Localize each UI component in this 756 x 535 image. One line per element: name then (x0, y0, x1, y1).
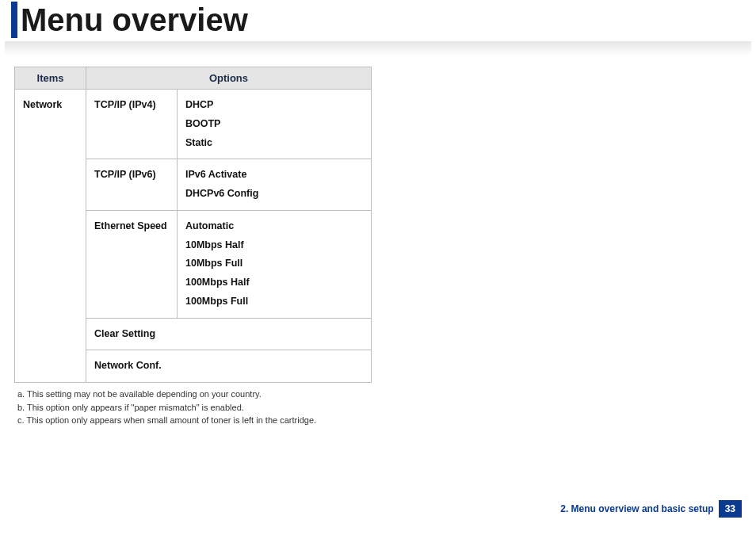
option-value: 10Mbps Half (185, 236, 363, 255)
footnote: a. This setting may not be available dep… (17, 388, 756, 401)
option-value: Automatic (185, 217, 363, 236)
subitem: TCP/IP (IPv4) (86, 90, 178, 159)
subitem: Ethernet Speed (86, 210, 178, 318)
footnote: b. This option only appears if "paper mi… (17, 401, 756, 415)
option-value: 100Mbps Full (185, 292, 363, 311)
footnote: c. This option only appears when small a… (17, 414, 756, 427)
title-shadow (5, 41, 751, 55)
option-value: 100Mbps Half (185, 273, 363, 292)
page-title-bar: Menu overview (0, 2, 756, 38)
option-value: 10Mbps Full (185, 254, 363, 273)
option-value: IPv6 Activate (185, 166, 363, 185)
page-number: 33 (719, 500, 742, 518)
options-cell: Automatic 10Mbps Half 10Mbps Full 100Mbp… (178, 210, 372, 318)
header-items: Items (15, 67, 86, 90)
subitem: Network Conf. (86, 350, 372, 383)
content-area: Items Options Network TCP/IP (IPv4) DHCP… (0, 55, 756, 427)
option-value: Static (185, 134, 363, 153)
subitem: Clear Setting (86, 318, 372, 350)
title-accent (11, 2, 17, 38)
page-footer: 2. Menu overview and basic setup 33 (560, 500, 742, 518)
header-options: Options (86, 67, 372, 90)
option-value: DHCP (185, 96, 363, 115)
options-cell: DHCP BOOTP Static (178, 90, 372, 159)
options-cell: IPv6 Activate DHCPv6 Config (178, 159, 372, 211)
group-item: Network (15, 90, 86, 383)
page-title: Menu overview (21, 4, 248, 36)
menu-table: Items Options Network TCP/IP (IPv4) DHCP… (14, 67, 372, 383)
table-row: Network TCP/IP (IPv4) DHCP BOOTP Static (15, 90, 372, 159)
option-value: BOOTP (185, 115, 363, 134)
footnotes: a. This setting may not be available dep… (17, 388, 756, 427)
subitem: TCP/IP (IPv6) (86, 159, 178, 211)
footer-section: 2. Menu overview and basic setup (560, 503, 713, 514)
option-value: DHCPv6 Config (185, 185, 363, 204)
